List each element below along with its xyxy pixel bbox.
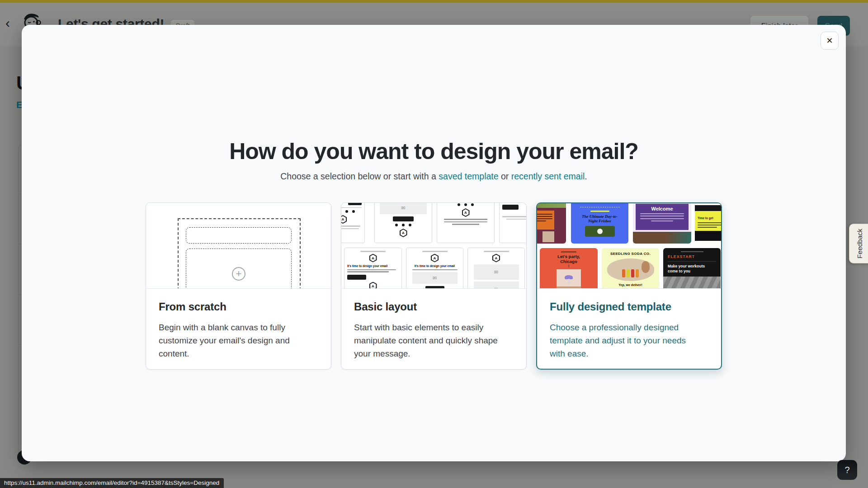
template-title: The Ultimate Day-to-Night Frisbee [578,214,622,223]
recently-sent-email-link[interactable]: recently sent email [511,171,585,181]
card-title: From scratch [159,300,318,313]
template-thumb-flexstart: FLEXSTART Make your workouts come to you [663,248,721,289]
card-description: Begin with a blank canvas to fully custo… [159,321,311,360]
wireframe-thumb: ✉ [374,203,432,243]
close-icon: ✕ [826,36,833,46]
wireframe-title: It's time to design your email [347,264,399,268]
url-tooltip: https://us11.admin.mailchimp.com/email/e… [0,478,224,488]
url-text: https://us11.admin.mailchimp.com/email/e… [4,479,219,486]
question-mark-icon: ? [844,465,849,475]
card-from-scratch[interactable]: + From scratch Begin with a blank canvas… [146,202,331,370]
design-email-modal: ✕ How do you want to design your email? … [22,25,846,461]
template-thumb-welcome: Welcome [633,203,691,244]
wireframe-dashed-box [186,227,292,244]
card-title: Basic layout [354,300,514,313]
close-button[interactable]: ✕ [821,32,839,50]
template-tagline: Time to get [698,216,713,220]
template-thumb-party: Let's party, Chicago | [540,248,598,289]
template-title: FLEXSTART [668,254,721,259]
card-fully-designed-template[interactable]: The Ultimate Day-to-Night Frisbee Welcom… [536,202,722,370]
cursor-glyph: | [540,264,598,267]
template-title: Let's party, Chicago [552,254,585,264]
photo-grass-circle [585,226,615,237]
saved-template-link[interactable]: saved template [439,171,498,181]
photo-stadium [663,277,721,289]
photo-grass [537,203,566,208]
template-tagline: Yep, we deliver! [602,283,659,286]
template-thumb-soda: SEEDLING SODA CO. Yep, we deliver! [602,248,659,289]
template-thumb-class [537,203,566,244]
image-placeholder-icon: ✉ [494,269,498,275]
template-thumb-frisbee: The Ultimate Day-to-Night Frisbee [571,203,628,244]
photo-small [542,231,554,242]
modal-heading: How do you want to design your email? [22,138,846,164]
image-placeholder-icon: ✉ [494,286,498,289]
template-title: SEEDLING SODA CO. [602,252,659,256]
template-tagline: Make your workouts come to you [668,264,709,274]
card-title: Fully designed template [550,300,708,313]
feedback-tab[interactable]: Feedback [849,224,868,263]
subtitle-text: . [585,171,587,181]
from-scratch-preview: + [146,203,331,289]
photo-bottom [633,232,691,244]
card-description: Start with basic elements to easily mani… [354,321,506,360]
wireframe-title: It's time to design your email [409,264,460,268]
subtitle-text: or [499,171,511,181]
photo-lamp [557,269,581,289]
basic-layout-preview: ✉ It's time to design your email [341,203,526,289]
image-placeholder-icon: ✉ [401,205,405,211]
wireframe-thumb: It's time to design your email [499,203,526,243]
back-icon[interactable]: ‹ [5,16,10,30]
modal-subtitle: Choose a selection below or start with a… [22,171,846,182]
fully-designed-preview: The Ultimate Day-to-Night Frisbee Welcom… [537,203,721,289]
wireframe-thumb: It's time to design your email ✉ [406,248,463,289]
wireframe-thumb: ✉ ✉ [467,248,525,289]
plus-circle-icon: + [232,267,245,281]
help-button[interactable]: ? [837,460,857,480]
card-description: Choose a professionally designed templat… [550,321,702,360]
screen: ‹ Let's get started! Draft Finish later … [0,0,868,488]
wireframe-thumb [437,203,495,243]
wireframe-thumb: It's time to design your email [344,248,402,289]
card-basic-layout[interactable]: ✉ It's time to design your email [341,202,527,370]
feedback-tab-label: Feedback [856,229,863,258]
template-thumb-verdict: THE VERD Time to get [695,203,721,244]
subtitle-text: Choose a selection below or start with a [280,171,439,181]
wireframe-thumb [341,203,365,243]
image-placeholder-icon: ✉ [433,275,437,281]
template-title: Welcome [636,206,689,211]
photo-soda-bottles [607,258,654,281]
